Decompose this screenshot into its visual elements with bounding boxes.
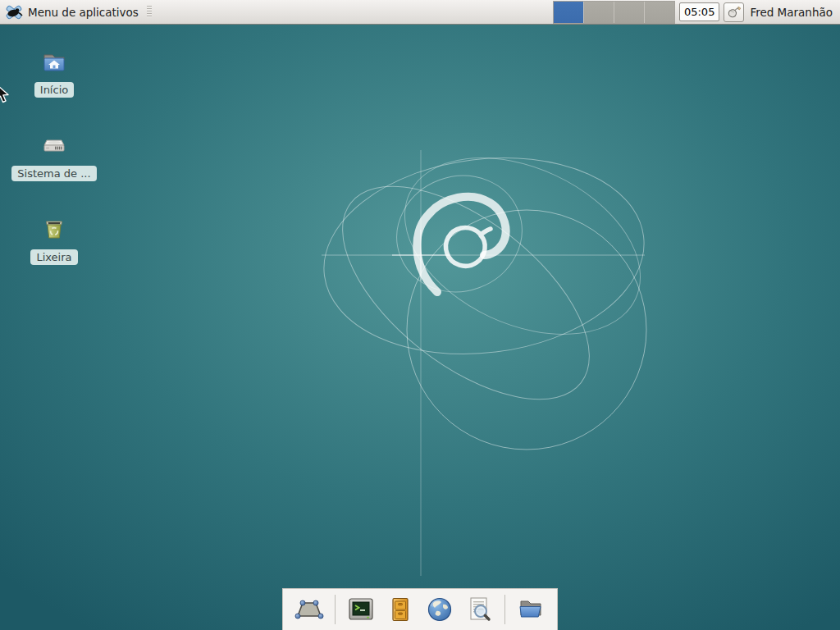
- desktop-icon-home[interactable]: Início: [13, 48, 95, 98]
- panel-right-cluster: 05:05 Fred Maranhão: [553, 0, 835, 24]
- workspace-cell-4[interactable]: [645, 2, 674, 23]
- applications-menu-label[interactable]: Menu de aplicativos: [28, 6, 139, 19]
- web-browser-button[interactable]: [423, 593, 456, 626]
- xfce-desktop: Menu de aplicativos 05:05 Fred Maranhão: [0, 0, 840, 630]
- clock[interactable]: 05:05: [679, 2, 719, 21]
- workspace-cell-2[interactable]: [584, 2, 614, 23]
- home-folder-icon: [39, 48, 69, 77]
- top-panel: Menu de aplicativos 05:05 Fred Maranhão: [0, 0, 840, 25]
- dock-separator: [335, 595, 336, 624]
- filesystem-drive-icon: [39, 131, 69, 161]
- user-name-label[interactable]: Fred Maranhão: [748, 6, 835, 19]
- show-desktop-icon: [294, 595, 324, 624]
- desktop-icon-label: Sistema de ...: [11, 166, 96, 181]
- desktop-icon-filesystem[interactable]: Sistema de ...: [13, 131, 95, 181]
- desktop-icon-label: Lixeira: [30, 249, 77, 265]
- panel-grip-handle[interactable]: [147, 6, 152, 18]
- mouse-button[interactable]: [724, 2, 744, 22]
- xfce-logo-icon: [5, 3, 23, 21]
- terminal-icon: [346, 595, 376, 624]
- applications-menu[interactable]: Menu de aplicativos: [5, 0, 152, 24]
- workspace-cell-3[interactable]: [614, 2, 644, 23]
- terminal-button[interactable]: [345, 593, 377, 626]
- directory-menu-button[interactable]: [514, 593, 547, 626]
- file-cabinet-icon: [386, 595, 415, 624]
- magnifier-document-icon: [464, 595, 494, 624]
- file-manager-button[interactable]: [384, 593, 417, 626]
- workspace-switcher[interactable]: [553, 1, 675, 24]
- open-folder-icon: [516, 595, 546, 624]
- workspace-cell-1[interactable]: [554, 2, 583, 23]
- dock-separator: [504, 595, 505, 624]
- show-desktop-button[interactable]: [293, 593, 326, 626]
- clock-time: 05:05: [684, 6, 714, 18]
- desktop-icon-trash[interactable]: Lixeira: [13, 215, 95, 265]
- trash-icon: [39, 215, 69, 244]
- debian-swirl: [417, 197, 505, 292]
- mouse-icon: [727, 5, 742, 20]
- desktop-icon-label: Início: [34, 82, 74, 98]
- arrow-cursor: [0, 84, 11, 105]
- globe-icon: [425, 595, 454, 624]
- wallpaper-art: [0, 0, 840, 630]
- bottom-dock: [282, 588, 558, 630]
- application-finder-button[interactable]: [463, 593, 495, 626]
